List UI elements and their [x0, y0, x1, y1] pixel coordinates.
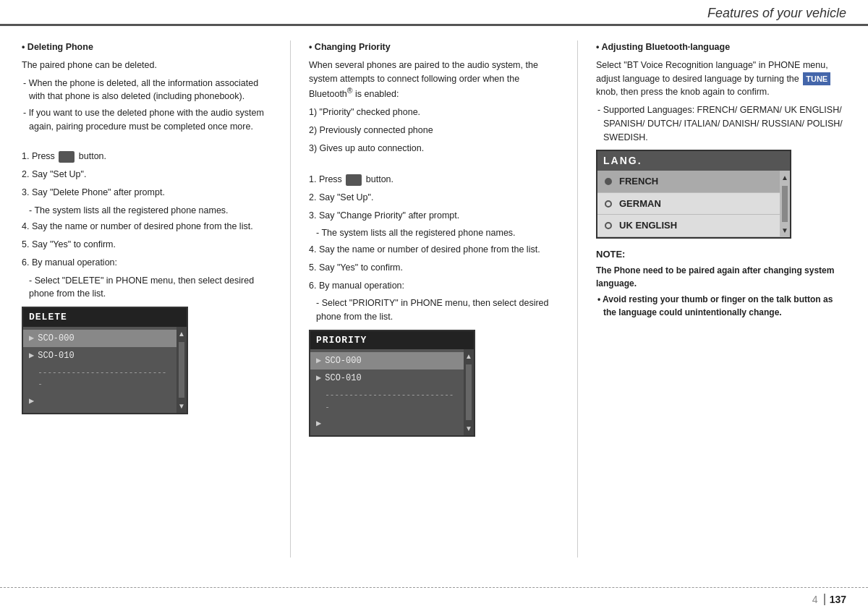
col1-step6: 6. By manual operation:: [22, 256, 272, 270]
main-content: • Deleting Phone The paired phone can be…: [0, 26, 868, 557]
note-text1: The Phone need to be paired again after …: [596, 264, 846, 290]
col2-step2: 2. Say "Set Up".: [309, 191, 559, 205]
col2-item2: 2) Previously connected phone: [309, 124, 559, 137]
priority-scroll-down-icon: ▼: [464, 422, 474, 435]
scroll-down-icon: ▼: [176, 399, 187, 413]
footer-page: 137: [830, 594, 846, 605]
scroll-track: [179, 342, 184, 398]
delete-screen: DELETE ▶SCO-000 ▶SCO-010 ▶--------------…: [22, 307, 188, 414]
col-deleting-phone: • Deleting Phone The paired phone can be…: [22, 40, 272, 557]
priority-row-1: ▶SCO-000: [310, 352, 464, 369]
col3-title: • Adjusting Bluetooth·language: [596, 40, 846, 54]
col2-step3-sub: - The system lists all the registered ph…: [309, 226, 559, 240]
col1-step4: 4. Say the name or number of desired pho…: [22, 220, 272, 234]
col-bluetooth-language: • Adjusting Bluetooth·language Select "B…: [596, 40, 846, 557]
page-title: Features of your vehicle: [707, 6, 846, 21]
radio-german: [605, 200, 612, 208]
col-changing-priority: • Changing Priority When several phones …: [309, 40, 559, 557]
col2-steps: 1. Press button. 2. Say "Set Up". 3. Say…: [309, 173, 559, 324]
delete-screen-rows: ▶SCO-000 ▶SCO-010 ▶---------------------…: [23, 327, 176, 413]
note-section: NOTE: The Phone need to be paired again …: [596, 247, 846, 320]
col1-step1: 1. Press button.: [22, 150, 272, 163]
col1-step6-sub: - Select "DELETE" in PHONE menu, then se…: [22, 274, 272, 302]
priority-screen-header: PRIORITY: [310, 331, 474, 350]
lang-row-uk-english: UK ENGLISH: [597, 215, 780, 237]
lang-screen-body: FRENCH GERMAN UK ENGLISH ▲ ▼: [597, 171, 790, 237]
footer-section: 4: [812, 594, 825, 605]
page-footer: 4 137: [0, 587, 868, 611]
col1-dash1: - When the phone is deleted, all the inf…: [22, 77, 272, 104]
col1-para1: The paired phone can be deleted.: [22, 59, 272, 72]
lang-scroll-track: [782, 186, 788, 222]
col3-dash1: - Supported Languages: FRENCH/ GERMAN/ U…: [596, 103, 846, 144]
lang-label-french: FRENCH: [619, 174, 658, 189]
scroll-up-icon: ▲: [176, 327, 187, 341]
col1-title: • Deleting Phone: [22, 40, 272, 54]
col2-title: • Changing Priority: [309, 40, 559, 54]
col1-step3: 3. Say "Delete Phone" after prompt.: [22, 186, 272, 200]
col2-step3: 3. Say "Change Priority" after prompt.: [309, 209, 559, 223]
divider-1: [290, 40, 291, 557]
priority-scroll-track: [466, 364, 472, 420]
delete-row-3: ▶----------------------------: [23, 364, 176, 393]
priority-screen-rows: ▶SCO-000 ▶SCO-010 ▶---------------------…: [310, 349, 464, 435]
radio-french: [605, 178, 612, 185]
priority-screen: PRIORITY ▶SCO-000 ▶SCO-010 ▶------------…: [309, 330, 475, 437]
delete-screen-header: DELETE: [23, 308, 187, 327]
col3-para1: Select "BT Voice Recognition language" i…: [596, 59, 846, 99]
col2-step6: 6. By manual operation:: [309, 279, 559, 293]
lang-label-uk-english: UK ENGLISH: [619, 218, 677, 233]
lang-scrollbar: ▲ ▼: [780, 171, 790, 237]
lang-screen-rows: FRENCH GERMAN UK ENGLISH: [597, 171, 780, 237]
lang-row-german: GERMAN: [597, 193, 780, 215]
footer-pagination: 4 137: [812, 594, 846, 605]
col1-step3-sub: - The system lists all the registered ph…: [22, 204, 272, 218]
col1-steps: 1. Press button. 2. Say "Set Up". 3. Say…: [22, 150, 272, 301]
col2-step1: 1. Press button.: [309, 173, 559, 187]
lang-row-french: FRENCH: [597, 171, 780, 193]
col2-step4: 4. Say the name or number of desired pho…: [309, 243, 559, 257]
priority-row-3: ▶----------------------------: [310, 387, 464, 415]
priority-row-4: ▶: [310, 415, 464, 432]
col1-dash2: - If you want to use the deleted phone w…: [22, 106, 272, 134]
lang-screen-header: LANG.: [597, 151, 790, 171]
tune-badge: TUNE: [803, 72, 830, 86]
col2-step6-sub: - Select "PRIORITY" in PHONE menu, then …: [309, 296, 559, 324]
priority-screen-body: ▶SCO-000 ▶SCO-010 ▶---------------------…: [310, 349, 474, 435]
col2-step5: 5. Say "Yes" to confirm.: [309, 261, 559, 275]
note-text2: • Avoid resting your thumb or finger on …: [596, 293, 846, 319]
radio-uk-english: [605, 222, 612, 229]
note-title: NOTE:: [596, 247, 846, 262]
delete-scrollbar: ▲ ▼: [176, 327, 187, 413]
col2-para1: When several phones are paired to the au…: [309, 59, 559, 101]
col1-step2: 2. Say "Set Up".: [22, 168, 272, 181]
lang-label-german: GERMAN: [619, 197, 661, 211]
priority-scrollbar: ▲ ▼: [464, 349, 474, 435]
priority-scroll-up-icon: ▲: [464, 349, 474, 363]
delete-row-1: ▶SCO-000: [23, 330, 176, 347]
lang-screen: LANG. FRENCH GERMAN UK ENGLISH: [596, 150, 791, 239]
col2-item1: 1) "Priority" checked phone.: [309, 106, 559, 119]
col2-item3: 3) Gives up auto connection.: [309, 142, 559, 155]
lang-scroll-up-icon: ▲: [780, 171, 790, 184]
delete-screen-body: ▶SCO-000 ▶SCO-010 ▶---------------------…: [23, 327, 187, 413]
col1-step5: 5. Say "Yes" to confirm.: [22, 238, 272, 252]
page-header: Features of your vehicle: [0, 0, 868, 26]
priority-row-2: ▶SCO-010: [310, 369, 464, 387]
lang-scroll-down-icon: ▼: [780, 223, 790, 237]
divider-2: [577, 40, 578, 557]
delete-row-2: ▶SCO-010: [23, 347, 176, 364]
delete-row-4: ▶: [23, 393, 176, 410]
